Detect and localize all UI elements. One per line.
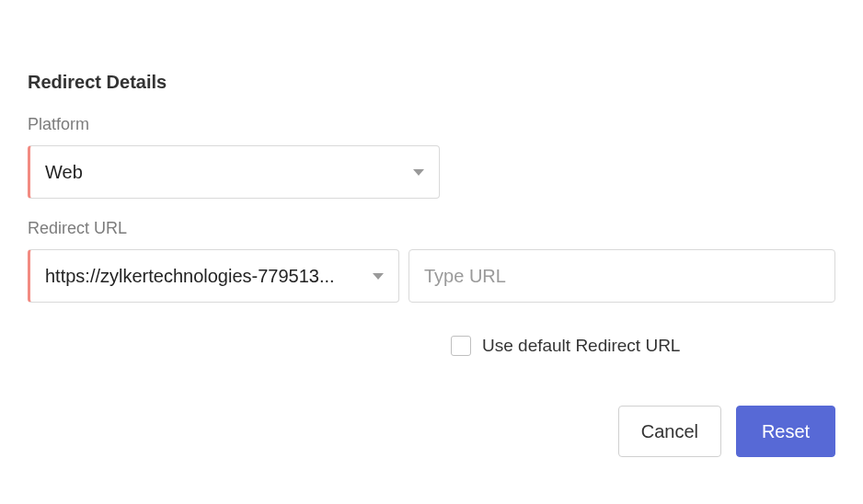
caret-down-icon [413,169,424,176]
caret-down-icon [373,273,384,280]
reset-button[interactable]: Reset [736,406,835,457]
default-redirect-checkbox[interactable] [451,336,471,356]
platform-select-value: Web [45,162,404,183]
platform-select[interactable]: Web [28,145,440,199]
redirect-url-field: Redirect URL https://zylkertechnologies-… [28,219,835,303]
section-title: Redirect Details [28,72,835,93]
redirect-url-row: https://zylkertechnologies-779513... [28,249,835,303]
cancel-button[interactable]: Cancel [618,406,721,457]
action-buttons: Cancel Reset [28,406,835,457]
default-redirect-row: Use default Redirect URL [451,336,835,356]
redirect-url-input[interactable] [408,249,835,303]
redirect-details-section: Redirect Details Platform Web Redirect U… [28,72,835,457]
redirect-url-label: Redirect URL [28,219,835,238]
platform-field: Platform Web [28,115,835,199]
redirect-url-select-value: https://zylkertechnologies-779513... [45,266,363,287]
redirect-url-select[interactable]: https://zylkertechnologies-779513... [28,249,399,303]
platform-label: Platform [28,115,835,134]
default-redirect-label: Use default Redirect URL [482,336,680,356]
